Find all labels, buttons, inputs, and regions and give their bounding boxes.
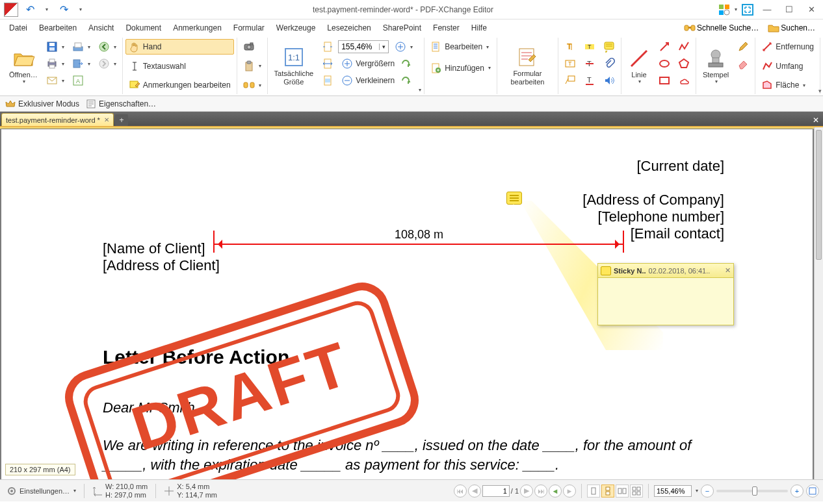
email-button[interactable]: ▾ [43, 73, 68, 88]
prev-view-button[interactable]: ◄ [549, 485, 562, 498]
save-button[interactable]: ▾ [43, 39, 68, 55]
ribbon-collapse[interactable]: ▾ [818, 88, 822, 94]
rect-tool[interactable] [655, 73, 673, 88]
exclusive-mode-button[interactable]: Exklusiver Modus [5, 99, 79, 109]
document-page[interactable]: [Current date] [Address of Company] [Tel… [1, 129, 813, 479]
close-all-tabs[interactable]: ✕ [810, 114, 822, 126]
edit-content-button[interactable]: Bearbeiten▾ [427, 39, 494, 55]
zoom-input[interactable] [339, 42, 379, 51]
quick-search-button[interactable]: Schnelle Suche… [680, 22, 763, 34]
zoom-slider[interactable] [716, 490, 788, 492]
snapshot-button[interactable] [240, 39, 265, 55]
zoom-slider-thumb[interactable] [752, 486, 757, 496]
vertical-scrollbar[interactable] [814, 127, 823, 479]
open-button[interactable]: Öffnen… ▾ [5, 39, 42, 93]
arrow-tool[interactable] [655, 39, 673, 55]
strike-tool[interactable]: T [581, 56, 599, 71]
distance-tool[interactable]: Entfernung [758, 39, 817, 55]
actual-size-button[interactable]: 1:1 Tatsächliche Größe [270, 39, 318, 93]
eraser-tool[interactable] [734, 56, 752, 71]
ui-options-dropdown[interactable]: ▾ [735, 6, 737, 12]
scrollbar-thumb[interactable] [816, 130, 822, 260]
single-page-view[interactable] [587, 485, 600, 498]
sticky-note-annotation[interactable] [506, 192, 522, 205]
find-button[interactable]: ▾ [240, 77, 265, 93]
callout-tool[interactable] [561, 73, 579, 88]
menu-bearbeiten[interactable]: Bearbeiten [34, 21, 82, 35]
last-page-button[interactable]: ⏭ [534, 485, 547, 498]
add-content-button[interactable]: Hinzufügen▾ [427, 60, 494, 76]
textbox-tool[interactable]: T [561, 56, 579, 71]
menu-hilfe[interactable]: Hilfe [466, 21, 492, 35]
fit-page-button[interactable] [319, 39, 337, 55]
menu-datei[interactable]: Datei [4, 21, 33, 35]
menu-dokument[interactable]: Dokument [120, 21, 166, 35]
menu-fenster[interactable]: Fenster [428, 21, 465, 35]
ui-options-icon[interactable] [718, 3, 731, 16]
zoom-status-dropdown[interactable]: ▾ [696, 488, 698, 494]
fullscreen-icon[interactable] [741, 3, 754, 16]
cloud-tool[interactable] [675, 73, 693, 88]
area-tool[interactable]: Fläche▾ [758, 77, 817, 93]
line-tool[interactable]: Linie▾ [624, 39, 654, 93]
undo-dropdown[interactable]: ▾ [39, 2, 55, 18]
underline-tool[interactable]: T [581, 73, 599, 88]
minimize-button[interactable]: — [758, 3, 776, 17]
first-page-button[interactable]: ⏮ [454, 485, 467, 498]
zoom-in-button[interactable]: Vergrößern [338, 56, 416, 71]
edit-annotations-tool[interactable]: Anmerkungen bearbeiten [125, 77, 234, 93]
sticky-note-popup[interactable]: Sticky N.. 02.02.2018, 06:41.. ✕ [597, 263, 734, 325]
sticky-body[interactable] [598, 278, 733, 325]
sticky-note-tool[interactable] [600, 39, 618, 55]
ocr-button[interactable]: A [69, 73, 94, 88]
two-continuous-view[interactable] [630, 485, 643, 498]
pencil-tool[interactable] [734, 39, 752, 55]
oval-tool[interactable] [655, 56, 673, 71]
sticky-close-icon[interactable]: ✕ [725, 266, 731, 275]
menu-anmerkungen[interactable]: Anmerkungen [168, 21, 227, 35]
polygon-tool[interactable] [675, 56, 693, 71]
clipboard-button[interactable]: ▾ [240, 58, 265, 74]
menu-werkzeuge[interactable]: Werkzeuge [271, 21, 320, 35]
prev-page-button[interactable]: ◀ [468, 485, 481, 498]
fit-width-button[interactable] [319, 56, 337, 71]
zoom-in-status[interactable]: + [790, 485, 803, 498]
two-page-view[interactable] [616, 485, 629, 498]
zoom-out-status[interactable]: − [701, 485, 714, 498]
zoom-combo[interactable]: ▾ [338, 40, 389, 53]
perimeter-tool[interactable]: Umfang [758, 58, 817, 74]
nav-fwd-button[interactable]: ▾ [95, 56, 120, 71]
search-button[interactable]: Suchen… [764, 22, 819, 34]
tab-close-icon[interactable]: ✕ [104, 116, 109, 123]
document-tab[interactable]: test.payment-reminder-word * ✕ [1, 113, 114, 126]
form-edit-button[interactable]: Formular bearbeiten [500, 39, 555, 93]
attach-tool[interactable] [600, 56, 618, 71]
page-input[interactable] [482, 485, 510, 497]
menu-formular[interactable]: Formular [228, 21, 270, 35]
zoom-in-small[interactable]: ▾ [391, 39, 416, 55]
print-button[interactable]: ▾ [43, 56, 68, 71]
export-button[interactable]: ▾ [69, 56, 94, 71]
maximize-button[interactable]: ☐ [780, 3, 798, 17]
highlight-tool[interactable]: T [581, 39, 599, 55]
new-tab-button[interactable]: + [115, 114, 128, 126]
sound-tool[interactable] [600, 73, 618, 88]
stamp-tool[interactable]: Stempel▾ [699, 39, 733, 93]
undo-button[interactable]: ↶ [22, 2, 38, 18]
zoom-fit-status[interactable] [806, 485, 819, 498]
settings-button[interactable]: Einstellungen…▾ [4, 485, 79, 498]
menu-lesezeichen[interactable]: Lesezeichen [322, 21, 376, 35]
next-view-button[interactable]: ► [563, 485, 576, 498]
next-page-button[interactable]: ▶ [520, 485, 533, 498]
typewriter-tool[interactable]: T [561, 39, 579, 55]
group-dropdown[interactable]: ▾ [419, 87, 421, 93]
continuous-view[interactable] [601, 485, 614, 498]
hand-tool[interactable]: Hand [125, 39, 234, 55]
measure-line[interactable] [215, 244, 623, 245]
menu-sharepoint[interactable]: SharePoint [378, 21, 426, 35]
properties-button[interactable]: Eigenschaften… [86, 99, 156, 109]
redo-button[interactable]: ↷ [56, 2, 72, 18]
zoom-dropdown[interactable]: ▾ [379, 44, 388, 50]
text-select-tool[interactable]: Textauswahl [125, 58, 234, 74]
fit-visible-button[interactable] [319, 73, 337, 88]
